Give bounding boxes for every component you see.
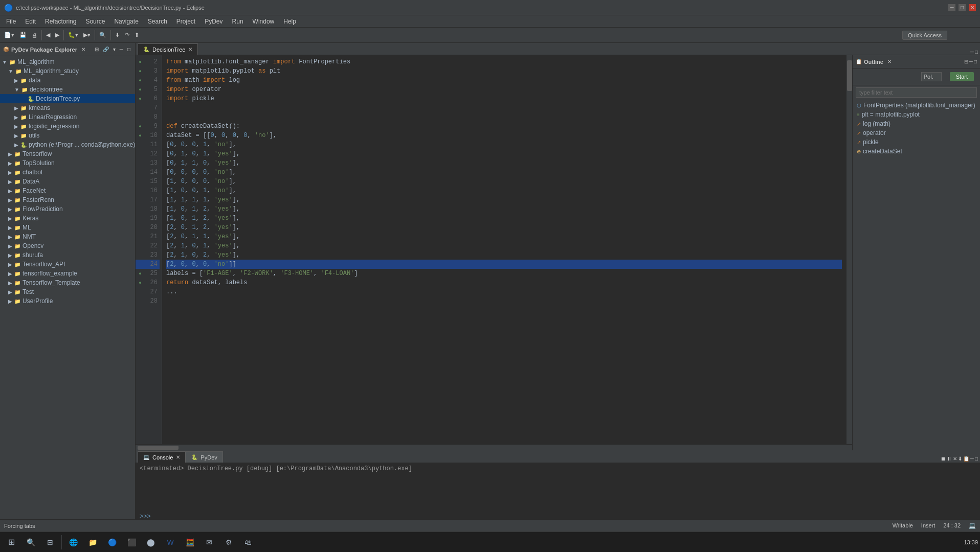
tree-item-flowprediction[interactable]: ▶ 📁 FlowPrediction <box>0 204 135 214</box>
tree-item-nmt[interactable]: ▶ 📁 NMT <box>0 232 135 241</box>
tree-item-kmeans[interactable]: ▶ 📁 kmeans <box>0 103 135 112</box>
editor-max-button[interactable]: □ <box>975 49 978 55</box>
tree-item-opencv[interactable]: ▶ 📁 Opencv <box>0 241 135 250</box>
taskbar-settings[interactable]: ⚙ <box>219 533 238 551</box>
tree-item-facenet[interactable]: ▶ 📁 FaceNet <box>0 186 135 195</box>
outline-item-log[interactable]: ↗ log (math) <box>853 119 980 128</box>
sidebar-link-editor[interactable]: 🔗 <box>101 46 110 53</box>
console-tab-close[interactable]: ✕ <box>176 454 180 460</box>
taskbar-word[interactable]: W <box>161 533 180 551</box>
console-tab[interactable]: 💻 Console ✕ <box>138 451 186 463</box>
start-button[interactable]: Start <box>950 72 974 81</box>
menu-refactoring[interactable]: Refactoring <box>41 17 80 26</box>
console-max-btn[interactable]: □ <box>975 456 978 462</box>
taskbar-calc[interactable]: 🧮 <box>181 533 199 551</box>
tree-item-linearregression[interactable]: ▶ 📁 LinearRegression <box>0 112 135 122</box>
close-button[interactable]: ✕ <box>969 4 976 11</box>
tree-item-keras[interactable]: ▶ 📁 Keras <box>0 214 135 223</box>
console-toolbar-btn5[interactable]: 📋 <box>963 456 969 462</box>
menu-run[interactable]: Run <box>228 17 248 26</box>
tree-item-dataa[interactable]: ▶ 📁 DataA <box>0 177 135 186</box>
tree-item-tensorflow-template[interactable]: ▶ 📁 Tensorflow_Template <box>0 278 135 287</box>
toolbar-print[interactable]: 🖨 <box>30 31 39 39</box>
taskbar-terminal[interactable]: ⬛ <box>122 533 141 551</box>
toolbar-step-over[interactable]: ↷ <box>123 31 131 39</box>
taskbar-mail[interactable]: ✉ <box>200 533 218 551</box>
toolbar-run[interactable]: ▶▾ <box>81 31 93 39</box>
taskbar-edge[interactable]: 🌐 <box>64 533 82 551</box>
tree-item-tensorflow-api[interactable]: ▶ 📁 Tensorflow_API <box>0 260 135 269</box>
tree-item-decisiontree[interactable]: ▼ 📁 decisiontree <box>0 85 135 94</box>
console-toolbar-btn2[interactable]: ⏸ <box>947 456 952 462</box>
sidebar-close-button[interactable]: ✕ <box>81 47 85 52</box>
taskbar-explorer[interactable]: 📁 <box>83 533 102 551</box>
quick-access-button[interactable]: Quick Access <box>902 31 947 40</box>
editor-hscrollbar[interactable] <box>136 444 852 450</box>
tree-item-decisiontree-py[interactable]: ▶ 🐍 DecisionTree.py <box>0 94 135 103</box>
menu-source[interactable]: Source <box>81 17 109 26</box>
menu-pydev[interactable]: PyDev <box>201 17 227 26</box>
menu-file[interactable]: File <box>2 17 20 26</box>
sidebar-menu[interactable]: ▾ <box>112 46 117 53</box>
tree-item-ml[interactable]: ▶ 📁 ML <box>0 223 135 232</box>
minimize-button[interactable]: ─ <box>948 4 955 11</box>
toolbar-back[interactable]: ◀ <box>44 31 52 39</box>
tree-item-data[interactable]: ▶ 📁 data <box>0 76 135 85</box>
tree-item-tensorflow[interactable]: ▶ 📁 Tensorflow <box>0 149 135 158</box>
toolbar-save[interactable]: 💾 <box>17 31 29 39</box>
tree-item-ml-algorithm-study[interactable]: ▼ 📁 ML_algorithm_study <box>0 66 135 76</box>
tree-item-topsolution[interactable]: ▶ 📁 TopSolution <box>0 158 135 168</box>
tree-item-userprofile[interactable]: ▶ 📁 UserProfile <box>0 296 135 306</box>
pol-input[interactable] <box>921 72 942 81</box>
sidebar-max[interactable]: □ <box>126 46 132 53</box>
editor-tab-decisiontree[interactable]: 🐍 DecisionTree ✕ <box>138 43 198 55</box>
taskbar-eclipse[interactable]: 🔵 <box>103 533 121 551</box>
menu-search[interactable]: Search <box>144 17 171 26</box>
menu-navigate[interactable]: Navigate <box>110 17 142 26</box>
tree-item-test[interactable]: ▶ 📁 Test <box>0 287 135 296</box>
outline-filter-input[interactable] <box>856 87 977 98</box>
outline-collapse-button[interactable]: ⊟ <box>964 59 968 64</box>
tree-item-tensorflow-example[interactable]: ▶ 📁 tensorflow_example <box>0 269 135 278</box>
toolbar-forward[interactable]: ▶ <box>53 31 61 39</box>
toolbar-new[interactable]: 📄▾ <box>2 31 16 39</box>
toolbar-step-return[interactable]: ⬆ <box>132 31 141 39</box>
toolbar-search[interactable]: 🔍 <box>97 31 108 39</box>
code-editor[interactable]: ●●●●●●●●● 234567891011121314151617181920… <box>136 55 852 450</box>
taskbar-store[interactable]: 🛍 <box>239 533 257 551</box>
taskbar-task-view[interactable]: ⊟ <box>41 533 59 551</box>
outline-item-createdataset[interactable]: ⊕ createDataSet <box>853 147 980 156</box>
vscrollbar-thumb[interactable] <box>847 60 852 91</box>
sidebar-collapse-all[interactable]: ⊟ <box>93 46 100 53</box>
tree-item-shurufa[interactable]: ▶ 📁 shurufa <box>0 250 135 260</box>
menu-edit[interactable]: Edit <box>21 17 40 26</box>
tree-item-chatbot[interactable]: ▶ 📁 chatbot <box>0 168 135 177</box>
editor-vscrollbar[interactable] <box>846 55 852 444</box>
editor-min-button[interactable]: ─ <box>970 49 974 55</box>
console-toolbar-btn1[interactable]: ⏹ <box>941 456 946 462</box>
console-toolbar-btn3[interactable]: ✕ <box>953 456 957 462</box>
outline-max-button[interactable]: □ <box>974 59 977 64</box>
tree-item-python[interactable]: ▶ 🐍 python (e:\Progr ... conda3\python.e… <box>0 140 135 149</box>
outline-min-button[interactable]: ─ <box>969 59 973 64</box>
code-display[interactable]: from matplotlib.font_manager import Font… <box>162 55 846 444</box>
menu-help[interactable]: Help <box>279 17 300 26</box>
taskbar-search-button[interactable]: 🔍 <box>21 533 40 551</box>
toolbar-step-into[interactable]: ⬇ <box>113 31 122 39</box>
outline-item-plt[interactable]: ≡ plt = matplotlib.pyplot <box>853 110 980 119</box>
console-close-btn[interactable]: ─ <box>970 456 974 462</box>
tab-close-button[interactable]: ✕ <box>188 47 192 52</box>
outline-item-fontproperties[interactable]: ⬡ FontProperties (matplotlib.font_manage… <box>853 101 980 110</box>
outline-item-pickle[interactable]: ↗ pickle <box>853 137 980 147</box>
tree-item-fasterrcnn[interactable]: ▶ 📁 FasterRcnn <box>0 195 135 204</box>
menu-project[interactable]: Project <box>172 17 199 26</box>
outline-item-operator[interactable]: ↗ operator <box>853 128 980 137</box>
hscrollbar-thumb[interactable] <box>138 446 179 450</box>
tree-item-ml-algorithm[interactable]: ▼ 📁 ML_algorithm <box>0 57 135 66</box>
toolbar-debug[interactable]: 🐛▾ <box>66 31 80 39</box>
outline-close-button[interactable]: ✕ <box>887 59 892 64</box>
maximize-button[interactable]: □ <box>959 4 966 11</box>
menu-window[interactable]: Window <box>249 17 279 26</box>
sidebar-min[interactable]: ─ <box>118 46 125 53</box>
tree-item-utils[interactable]: ▶ 📁 utils <box>0 131 135 140</box>
